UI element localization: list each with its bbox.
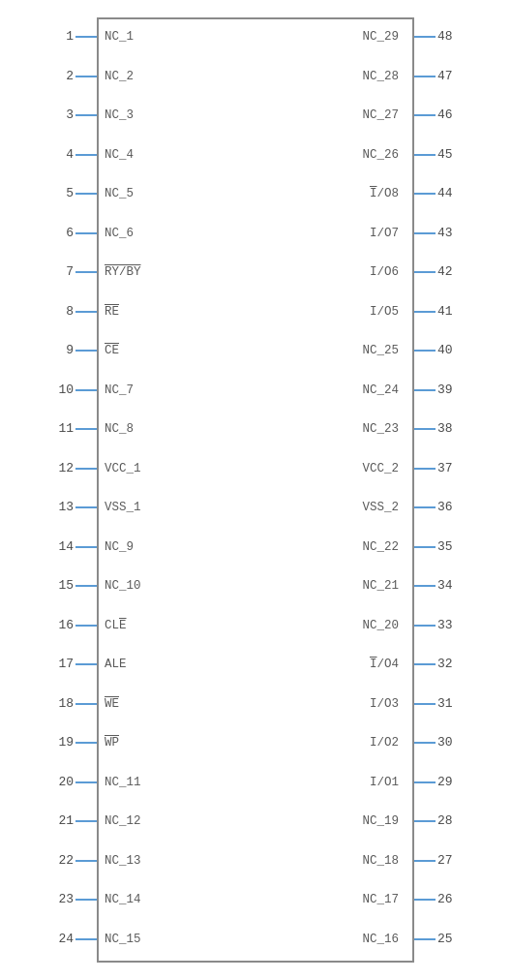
pin-line-left-13 bbox=[75, 506, 97, 508]
pin-number-left-12: 12 bbox=[0, 459, 74, 478]
pin-line-right-46 bbox=[414, 114, 436, 116]
pin-line-left-22 bbox=[75, 860, 97, 862]
pin-label-right-28: NC_19 bbox=[256, 812, 406, 831]
pin-line-left-7 bbox=[75, 271, 97, 273]
pin-number-left-15: 15 bbox=[0, 576, 74, 596]
pin-label-left-17: ALE bbox=[105, 655, 127, 674]
pin-line-right-43 bbox=[414, 232, 436, 234]
pin-number-left-3: 3 bbox=[0, 106, 74, 125]
pin-number-right-33: 33 bbox=[437, 616, 511, 635]
pin-line-right-29 bbox=[414, 781, 436, 783]
pin-number-left-23: 23 bbox=[0, 890, 74, 909]
pin-label-right-33: NC_20 bbox=[256, 616, 406, 635]
pin-number-right-32: 32 bbox=[437, 655, 511, 674]
diagram-container: 1NC_12NC_23NC_34NC_45NC_56NC_67RY/BY8RE9… bbox=[0, 0, 511, 980]
pin-number-left-18: 18 bbox=[0, 694, 74, 714]
pin-number-right-48: 48 bbox=[437, 27, 511, 46]
pin-number-left-11: 11 bbox=[0, 419, 74, 439]
pin-line-right-31 bbox=[414, 703, 436, 705]
pin-line-left-5 bbox=[75, 193, 97, 195]
pin-label-right-30: I/O2 bbox=[256, 733, 406, 752]
pin-label-left-19: WP bbox=[105, 733, 119, 752]
pin-line-left-19 bbox=[75, 742, 97, 744]
pin-line-left-3 bbox=[75, 114, 97, 116]
pin-line-left-17 bbox=[75, 663, 97, 665]
pin-label-left-20: NC_11 bbox=[105, 773, 141, 792]
pin-line-left-24 bbox=[75, 938, 97, 940]
pin-number-left-9: 9 bbox=[0, 341, 74, 360]
pin-line-left-23 bbox=[75, 899, 97, 901]
pin-line-right-48 bbox=[414, 36, 436, 38]
pin-line-left-20 bbox=[75, 781, 97, 783]
pin-number-left-2: 2 bbox=[0, 67, 74, 86]
pin-number-right-30: 30 bbox=[437, 733, 511, 752]
pin-line-left-6 bbox=[75, 232, 97, 234]
pin-label-left-12: VCC_1 bbox=[105, 459, 141, 478]
pin-line-right-41 bbox=[414, 311, 436, 313]
pin-number-left-14: 14 bbox=[0, 537, 74, 557]
pin-label-left-7: RY/BY bbox=[105, 262, 141, 282]
pin-number-left-17: 17 bbox=[0, 655, 74, 674]
pin-line-left-16 bbox=[75, 625, 97, 627]
pin-number-left-20: 20 bbox=[0, 773, 74, 792]
pin-label-left-15: NC_10 bbox=[105, 576, 141, 596]
pin-number-left-5: 5 bbox=[0, 184, 74, 203]
pin-line-left-14 bbox=[75, 546, 97, 548]
pin-line-right-32 bbox=[414, 663, 436, 665]
pin-number-right-36: 36 bbox=[437, 498, 511, 517]
pin-label-left-18: WE bbox=[105, 694, 119, 714]
pin-line-left-11 bbox=[75, 428, 97, 430]
pin-line-right-26 bbox=[414, 899, 436, 901]
pin-number-left-4: 4 bbox=[0, 145, 74, 165]
pin-line-right-47 bbox=[414, 76, 436, 77]
pin-line-left-1 bbox=[75, 36, 97, 38]
pin-label-right-31: I/O3 bbox=[256, 694, 406, 714]
pin-line-right-35 bbox=[414, 546, 436, 548]
pin-line-right-42 bbox=[414, 271, 436, 273]
pin-number-right-27: 27 bbox=[437, 851, 511, 871]
pin-label-left-9: CE bbox=[105, 341, 119, 360]
pin-line-right-33 bbox=[414, 625, 436, 627]
pin-label-right-35: NC_22 bbox=[256, 537, 406, 557]
pin-number-right-29: 29 bbox=[437, 773, 511, 792]
pin-label-left-14: NC_9 bbox=[105, 537, 134, 557]
pin-label-right-32: I/O4 bbox=[256, 655, 406, 674]
pin-line-right-40 bbox=[414, 350, 436, 352]
pin-line-right-45 bbox=[414, 154, 436, 156]
pin-line-left-9 bbox=[75, 350, 97, 352]
pin-number-left-16: 16 bbox=[0, 616, 74, 635]
pin-label-left-6: NC_6 bbox=[105, 224, 134, 243]
pin-label-left-11: NC_8 bbox=[105, 419, 134, 439]
pin-label-left-10: NC_7 bbox=[105, 381, 134, 400]
pin-line-right-39 bbox=[414, 389, 436, 391]
pin-number-left-6: 6 bbox=[0, 224, 74, 243]
pin-line-left-2 bbox=[75, 76, 97, 77]
pin-label-left-3: NC_3 bbox=[105, 106, 134, 125]
pin-number-right-46: 46 bbox=[437, 106, 511, 125]
pin-line-left-15 bbox=[75, 585, 97, 587]
pin-number-left-22: 22 bbox=[0, 851, 74, 871]
pin-number-right-28: 28 bbox=[437, 812, 511, 831]
pin-number-right-39: 39 bbox=[437, 381, 511, 400]
pin-line-left-8 bbox=[75, 311, 97, 313]
pin-label-left-13: VSS_1 bbox=[105, 498, 141, 517]
pin-label-right-42: I/O6 bbox=[256, 262, 406, 282]
pin-number-right-34: 34 bbox=[437, 576, 511, 596]
pin-line-left-21 bbox=[75, 820, 97, 822]
pin-line-left-12 bbox=[75, 468, 97, 470]
pin-line-left-4 bbox=[75, 154, 97, 156]
pin-number-right-31: 31 bbox=[437, 694, 511, 714]
pin-line-right-36 bbox=[414, 506, 436, 508]
pin-number-right-26: 26 bbox=[437, 890, 511, 909]
pin-label-right-38: NC_23 bbox=[256, 419, 406, 439]
pin-label-left-4: NC_4 bbox=[105, 145, 134, 165]
pin-label-right-29: I/O1 bbox=[256, 773, 406, 792]
pin-label-right-47: NC_28 bbox=[256, 67, 406, 86]
pin-line-right-30 bbox=[414, 742, 436, 744]
pin-number-left-13: 13 bbox=[0, 498, 74, 517]
pin-line-right-28 bbox=[414, 820, 436, 822]
pin-number-left-10: 10 bbox=[0, 381, 74, 400]
pin-number-left-7: 7 bbox=[0, 262, 74, 282]
pin-label-left-22: NC_13 bbox=[105, 851, 141, 871]
pin-label-left-8: RE bbox=[105, 302, 119, 322]
